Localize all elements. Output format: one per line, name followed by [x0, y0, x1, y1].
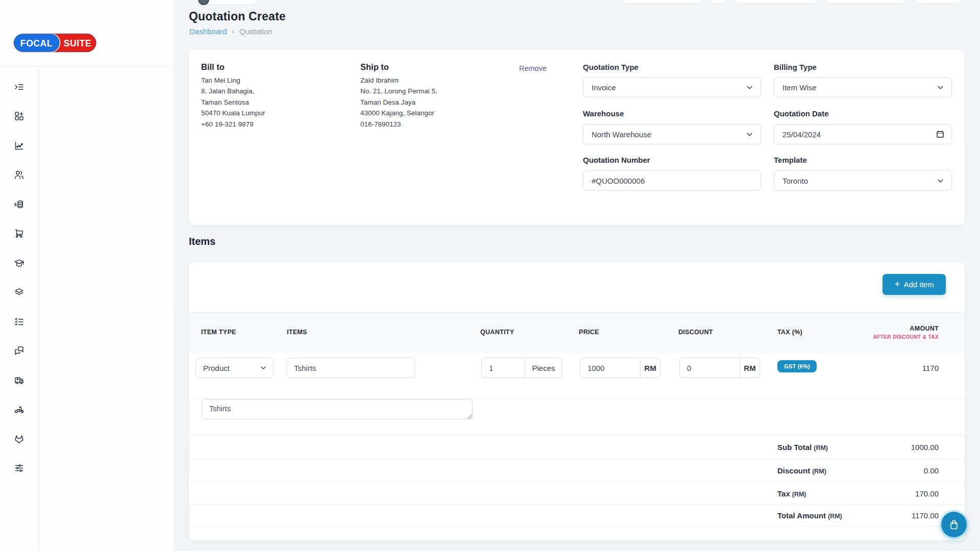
ship-to-line: No. 21, Lorong Permai 5,: [360, 86, 437, 96]
item-description-textarea[interactable]: [202, 399, 473, 419]
sliders-icon: [14, 463, 24, 473]
col-price: PRICE: [579, 313, 599, 352]
sidebar-item-layers-icon[interactable]: [14, 287, 24, 297]
add-item-button[interactable]: + Add item: [883, 274, 946, 295]
sidebar-item-indent-increase-icon[interactable]: [14, 82, 24, 92]
topbar-box-2[interactable]: [709, 0, 727, 3]
bill-to-address: Tan Mei Ling8, Jalan Bahagia,Taman Sento…: [201, 75, 265, 130]
quantity-input[interactable]: [482, 358, 525, 378]
sidebar-item-coins-icon[interactable]: $: [14, 199, 24, 210]
sidebar-item-messages-icon[interactable]: [14, 345, 24, 356]
billing-type-select[interactable]: Item Wise: [774, 77, 952, 97]
price-input[interactable]: [580, 358, 640, 378]
summary-label: Total Amount(RM): [777, 511, 842, 520]
chevron-down-icon: [746, 84, 753, 91]
sidebar-item-truck-icon[interactable]: [14, 375, 24, 386]
cart-fab-button[interactable]: [941, 512, 967, 537]
quotation-type-value: Invoice: [592, 83, 746, 92]
summary-value: 1000.00: [911, 443, 939, 452]
summary-value: 0.00: [924, 466, 939, 475]
topbar-box-4[interactable]: [825, 0, 908, 3]
items-card: + Add item ITEM TYPE ITEMS QUANTITY PRIC…: [189, 262, 965, 540]
chevron-right-icon: ›: [232, 28, 234, 35]
template-select[interactable]: Toronto: [774, 170, 952, 191]
summary-value: 170.00: [915, 489, 939, 498]
sidebar-item-motorbike-icon[interactable]: [14, 404, 24, 415]
discount-group: RM: [679, 358, 760, 378]
summary-label: Tax(RM): [777, 489, 806, 498]
breadcrumb-dashboard-link[interactable]: Dashboard: [189, 27, 227, 36]
sidebar-item-graduation-cap-icon[interactable]: [14, 258, 24, 268]
sidebar-header-divider: [0, 66, 174, 66]
svg-text:$: $: [14, 202, 17, 207]
col-item-type: ITEM TYPE: [201, 313, 236, 352]
item-type-select[interactable]: Product: [195, 358, 274, 378]
bill-to-line: Tan Mei Ling: [201, 75, 265, 86]
warehouse-label: Warehouse: [583, 109, 761, 118]
ship-to-address: Zaid IbrahimNo. 21, Lorong Permai 5,Tama…: [360, 75, 437, 130]
quotation-number-label: Quotation Number: [583, 156, 761, 164]
items-section-heading: Items: [189, 236, 215, 247]
messages-icon: [14, 345, 24, 356]
warehouse-select[interactable]: North Warehouse: [583, 124, 761, 144]
brand-logo[interactable]: FOCAL SUITE: [13, 33, 96, 53]
ship-to-title: Ship to: [360, 62, 389, 72]
ship-to-line: Taman Desa Jaya: [360, 97, 437, 108]
col-amount-sublabel: AFTER DISCOUNT & TAX: [873, 334, 939, 340]
topbar-box-3[interactable]: [734, 0, 819, 3]
remove-link[interactable]: Remove: [519, 64, 547, 72]
warehouse-value: North Warehouse: [592, 130, 746, 139]
calendar-icon: [936, 130, 944, 138]
tax-badge[interactable]: GST (6%): [777, 360, 817, 372]
avatar: [198, 0, 209, 5]
col-discount: DISCOUNT: [678, 313, 713, 352]
sidebar: FOCAL SUITE $: [0, 0, 174, 551]
checklist-icon: [14, 316, 24, 327]
shopping-cart-icon: [14, 228, 24, 239]
sidebar-item-shopping-cart-icon[interactable]: [14, 228, 24, 239]
price-group: RM: [580, 358, 660, 378]
apps-plus-icon: [14, 111, 24, 121]
bill-to-title: Bill to: [201, 62, 225, 72]
billing-type-label: Billing Type: [774, 63, 952, 71]
truck-icon: [14, 375, 24, 386]
sidebar-item-sliders-icon[interactable]: [14, 463, 24, 473]
quotation-number-input[interactable]: [583, 170, 761, 191]
sidebar-item-tanuki-icon[interactable]: [14, 434, 24, 444]
svg-text:SUITE: SUITE: [64, 38, 92, 48]
quotation-type-label: Quotation Type: [583, 63, 761, 71]
quotation-date-label: Quotation Date: [774, 109, 952, 118]
topbar-user-pill[interactable]: [191, 0, 261, 4]
ship-to-line: 016-7890123: [360, 119, 437, 130]
item-name-input[interactable]: [286, 358, 415, 378]
plus-icon: +: [894, 279, 900, 289]
topbar-box-5[interactable]: [915, 0, 961, 3]
bill-to-line: 50470 Kuala Lumpur: [201, 108, 265, 118]
topbar-box-1[interactable]: [621, 0, 703, 3]
sidebar-item-checklist-icon[interactable]: [14, 316, 24, 327]
col-tax: TAX (%): [777, 313, 802, 352]
chevron-down-icon: [937, 177, 944, 185]
indent-increase-icon: [14, 82, 24, 92]
discount-input[interactable]: [680, 358, 740, 378]
quotation-type-select[interactable]: Invoice: [583, 77, 761, 97]
motorbike-icon: [14, 404, 24, 415]
sidebar-item-apps-plus-icon[interactable]: [14, 111, 24, 121]
summary-row: Total Amount(RM)1170.00: [189, 505, 965, 527]
col-amount: AMOUNT AFTER DISCOUNT & TAX: [873, 313, 939, 352]
summary-label: Discount(RM): [777, 466, 826, 475]
ship-to-line: 43000 Kajang, Selangor: [360, 108, 437, 118]
summary-unit: (RM): [812, 468, 826, 475]
chevron-down-icon: [937, 84, 944, 91]
summary-value: 1170.00: [912, 511, 939, 520]
summary-unit: (RM): [814, 444, 828, 452]
sidebar-item-users-icon[interactable]: [14, 169, 24, 180]
screen: FOCAL SUITE $ Quotation Create Dashboard…: [0, 0, 980, 551]
chevron-down-icon: [260, 364, 267, 371]
quotation-details-card: Bill to Tan Mei Ling8, Jalan Bahagia,Tam…: [189, 49, 965, 225]
chevron-down-icon: [746, 131, 753, 138]
quotation-date-input[interactable]: 25/04/2024: [774, 124, 952, 144]
bill-to-line: 8, Jalan Bahagia,: [201, 86, 265, 96]
sidebar-item-chart-dots-icon[interactable]: [14, 140, 24, 151]
graduation-cap-icon: [14, 258, 24, 268]
